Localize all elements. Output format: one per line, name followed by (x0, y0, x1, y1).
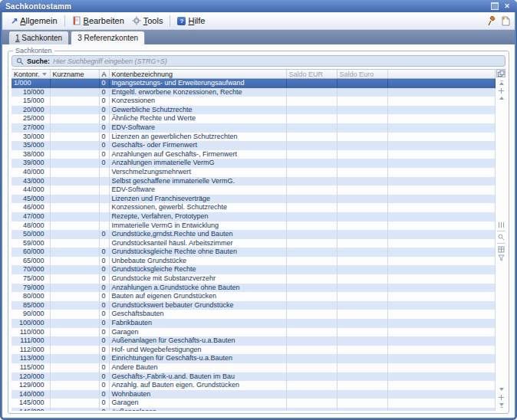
cell-saldo-euro[interactable] (337, 185, 387, 195)
cell-saldo-euro[interactable] (337, 141, 387, 150)
cell-a[interactable]: 0 (99, 123, 109, 133)
cell-kontenbezeichnung[interactable]: Andere Bauten (109, 363, 286, 372)
cell-saldo-euro[interactable] (337, 381, 387, 390)
cell-saldo-euro[interactable] (337, 159, 387, 168)
table-row[interactable]: 111/000 0 Außenanlagen für Geschäfts-u.a… (12, 336, 496, 346)
cell-kurzname[interactable] (50, 212, 99, 221)
cell-kurzname[interactable] (50, 336, 99, 346)
cell-a[interactable] (99, 177, 109, 186)
cell-kontonr[interactable]: 48/000 (12, 221, 50, 231)
cell-saldo-euro[interactable] (337, 114, 387, 123)
cell-saldo-eur[interactable] (286, 310, 337, 319)
cell-a[interactable]: 0 (99, 292, 109, 301)
cell-kontenbezeichnung[interactable]: Außenanlagen (109, 408, 286, 411)
cell-kontonr[interactable]: 110/000 (12, 328, 50, 337)
table-row[interactable]: 115/000 0 Andere Bauten (12, 363, 496, 372)
cell-saldo-eur[interactable] (286, 328, 337, 337)
menu-allgemein[interactable]: ↗ Allgemein (7, 15, 61, 27)
cell-kontenbezeichnung[interactable]: Anzahlg. auf Bauten eigen. Grundstücken (109, 381, 286, 390)
cell-saldo-eur[interactable] (286, 168, 337, 177)
cell-saldo-eur[interactable] (286, 292, 337, 301)
cell-saldo-euro[interactable] (337, 363, 387, 372)
cell-kontenbezeichnung[interactable]: Grundstücksgleiche Rechte ohne Bauten (109, 248, 286, 257)
table-row[interactable]: 38/000 0 Anzahlungen auf Geschäfts-, Fir… (12, 150, 496, 159)
cell-kontonr[interactable]: 39/000 (12, 159, 50, 168)
cell-a[interactable]: 0 (99, 97, 109, 106)
cell-a[interactable]: 0 (99, 328, 109, 337)
cell-kontenbezeichnung[interactable]: Einrichtungen für Geschäfts-u.a.Bauten (109, 354, 286, 363)
cell-saldo-euro[interactable] (337, 372, 387, 382)
cell-kurzname[interactable] (50, 363, 99, 372)
cell-kontonr[interactable]: 85/000 (12, 301, 50, 310)
cell-saldo-euro[interactable] (337, 346, 387, 355)
find-button[interactable] (498, 233, 505, 241)
cell-kontenbezeichnung[interactable]: EDV-Software (109, 123, 286, 133)
tab-sachkonten[interactable]: 1 Sachkonten (8, 31, 69, 44)
scroll-bottom-button[interactable] (497, 402, 505, 409)
cell-kontonr[interactable]: 10/000 (12, 88, 50, 97)
cell-kurzname[interactable] (50, 133, 99, 142)
cell-saldo-eur[interactable] (286, 221, 337, 231)
cell-saldo-euro[interactable] (337, 274, 387, 284)
cell-kontenbezeichnung[interactable]: Grundstücksgleiche Rechte (109, 265, 286, 274)
cell-a[interactable]: 0 (99, 346, 109, 355)
search-input[interactable] (53, 57, 501, 65)
cell-kontonr[interactable]: 15/000 (12, 97, 50, 106)
table-row[interactable]: 39/000 0 Anzahlungen immaterielle VermG (12, 159, 496, 168)
cell-kontenbezeichnung[interactable]: Außenanlagen für Geschäfts-u.a.Bauten (109, 336, 286, 346)
cell-saldo-euro[interactable] (337, 319, 387, 328)
table-row[interactable]: 30/000 0 Lizenzen an gewerblichen Schutz… (12, 133, 496, 142)
cell-kontonr[interactable]: 100/000 (12, 319, 50, 328)
export-button[interactable] (498, 245, 505, 254)
table-row[interactable]: 15/000 0 Konzessionen (12, 97, 496, 106)
column-header-saldo-eur[interactable]: Saldo EUR (286, 70, 337, 79)
cell-a[interactable]: 0 (99, 372, 109, 382)
cell-kontonr[interactable]: 35/000 (12, 141, 50, 150)
cell-kontenbezeichnung[interactable]: Anzahlungen immaterielle VermG (109, 159, 286, 168)
table-row[interactable]: 45/000 Lizenzen und Franchiseverträge (12, 195, 496, 204)
table-row[interactable]: 100/000 0 Fabrikbauten (12, 319, 496, 328)
cell-a[interactable]: 0 (99, 248, 109, 257)
cell-saldo-euro[interactable] (337, 212, 387, 221)
cell-kontonr[interactable]: 111/000 (12, 336, 50, 346)
table-row[interactable]: 44/000 EDV-Software (12, 185, 496, 195)
table-row[interactable]: 120/000 0 Geschäfts-,Fabrik-u.and. Baute… (12, 372, 496, 382)
cell-saldo-eur[interactable] (286, 301, 337, 310)
cell-kontenbezeichnung[interactable]: Rezepte, Verfahren, Prototypen (109, 212, 286, 221)
table-row[interactable]: 48/000 Immaterielle VermG in Entwicklung (12, 221, 496, 231)
cell-saldo-euro[interactable] (337, 390, 387, 399)
cell-saldo-eur[interactable] (286, 203, 337, 212)
cell-kontonr[interactable]: 79/000 (12, 284, 50, 293)
cell-a[interactable]: 0 (99, 354, 109, 363)
cell-a[interactable]: 0 (99, 114, 109, 123)
cell-kontonr[interactable]: 65/000 (12, 257, 50, 266)
search-bar[interactable]: Suche: (12, 55, 505, 67)
table-row[interactable]: 112/000 0 Hof- und Wegebefestigungen (12, 346, 496, 355)
cell-kontenbezeichnung[interactable]: Garagen (109, 328, 286, 337)
table-row[interactable]: 50/000 0 Grundstücke,grndst.Rechte und B… (12, 230, 496, 239)
menu-hilfe[interactable]: ? Hilfe (173, 15, 209, 27)
cell-a[interactable] (99, 239, 109, 248)
cell-kontonr[interactable]: 43/000 (12, 177, 50, 186)
cell-saldo-eur[interactable] (286, 248, 337, 257)
cell-a[interactable] (99, 212, 109, 221)
cell-saldo-euro[interactable] (337, 133, 387, 142)
cell-a[interactable]: 0 (99, 319, 109, 328)
table-row[interactable]: 10/000 0 Entgeltl. erworbene Konzessione… (12, 88, 496, 97)
cell-kontonr[interactable]: 75/000 (12, 274, 50, 284)
scroll-here-top-button[interactable] (497, 87, 505, 94)
table-row[interactable]: 47/000 Rezepte, Verfahren, Prototypen (12, 212, 496, 221)
cell-kurzname[interactable] (50, 88, 99, 97)
cell-kontenbezeichnung[interactable]: Fabrikbauten (109, 319, 286, 328)
cell-kontenbezeichnung[interactable]: Geschäftsbauten (109, 310, 286, 319)
cell-kontenbezeichnung[interactable]: Lizenzen an gewerblichen Schutzrechten (109, 133, 286, 142)
table-row[interactable]: 35/000 0 Geschäfts- oder Firmenwert (12, 141, 496, 150)
table-row[interactable]: 113/000 0 Einrichtungen für Geschäfts-u.… (12, 354, 496, 363)
cell-kontonr[interactable]: 1/000 (12, 79, 50, 88)
table-row[interactable]: 80/000 0 Bauten auf eigenen Grundstücken (12, 292, 496, 301)
cell-saldo-eur[interactable] (286, 363, 337, 372)
cell-kurzname[interactable] (50, 123, 99, 133)
cell-saldo-euro[interactable] (337, 106, 387, 115)
cell-kontonr[interactable]: 113/000 (12, 354, 50, 363)
cell-kontonr[interactable]: 20/000 (12, 106, 50, 115)
